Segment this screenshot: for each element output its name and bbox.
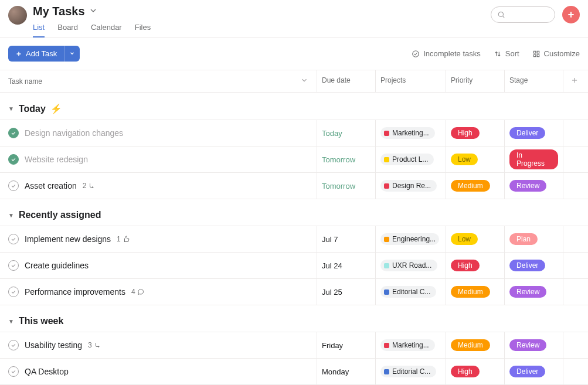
- project-chip[interactable]: Marketing...: [380, 339, 435, 351]
- complete-checkbox[interactable]: [8, 128, 19, 138]
- add-task-dropdown[interactable]: [64, 46, 80, 62]
- cell-stage[interactable]: Review: [504, 332, 563, 358]
- cell-due[interactable]: Tomorrow: [317, 146, 375, 172]
- priority-pill[interactable]: High: [451, 127, 480, 139]
- complete-checkbox[interactable]: [8, 287, 19, 297]
- cell-project[interactable]: Design Re...: [375, 173, 446, 199]
- project-chip[interactable]: UXR Road...: [380, 260, 437, 271]
- complete-checkbox[interactable]: [8, 154, 19, 165]
- sort-button[interactable]: Sort: [494, 49, 519, 58]
- project-chip[interactable]: Editorial C...: [380, 366, 436, 377]
- task-row[interactable]: Design navigation changesTodayMarketing.…: [0, 120, 588, 146]
- task-row[interactable]: Usability testing3 FridayMarketing...Med…: [0, 332, 588, 359]
- project-chip[interactable]: Editorial C...: [380, 286, 436, 298]
- complete-checkbox[interactable]: [8, 340, 19, 350]
- project-chip[interactable]: Product L...: [380, 154, 434, 165]
- search-input[interactable]: [491, 6, 555, 23]
- cell-priority[interactable]: High: [446, 359, 504, 384]
- priority-pill[interactable]: Low: [451, 233, 478, 245]
- cell-due[interactable]: Today: [317, 120, 375, 146]
- tab-files[interactable]: Files: [135, 21, 151, 38]
- cell-stage[interactable]: Review: [504, 279, 563, 305]
- priority-pill[interactable]: Medium: [451, 180, 490, 192]
- cell-priority[interactable]: Medium: [446, 173, 504, 199]
- stage-pill[interactable]: Review: [509, 180, 546, 192]
- cell-due[interactable]: Friday: [317, 332, 375, 358]
- complete-checkbox[interactable]: [8, 366, 19, 377]
- cell-project[interactable]: Marketing...: [375, 332, 446, 358]
- task-name[interactable]: Website redesign: [25, 155, 88, 164]
- complete-checkbox[interactable]: [8, 234, 19, 244]
- add-column-button[interactable]: [563, 70, 588, 92]
- column-projects[interactable]: Projects: [375, 70, 446, 92]
- tab-list[interactable]: List: [33, 21, 45, 38]
- stage-pill[interactable]: Deliver: [509, 127, 545, 139]
- cell-due[interactable]: Jul 7: [317, 226, 375, 252]
- cell-stage[interactable]: Deliver: [504, 120, 563, 146]
- complete-checkbox[interactable]: [8, 260, 19, 271]
- task-name[interactable]: QA Desktop: [25, 367, 69, 376]
- complete-checkbox[interactable]: [8, 180, 19, 191]
- task-name[interactable]: Design navigation changes: [25, 128, 123, 138]
- cell-priority[interactable]: Medium: [446, 332, 504, 358]
- cell-priority[interactable]: High: [446, 120, 504, 146]
- cell-project[interactable]: Product L...: [375, 146, 446, 172]
- section-header[interactable]: ▼This week: [0, 305, 588, 332]
- section-header[interactable]: ▼Recently assigned: [0, 199, 588, 226]
- cell-stage[interactable]: Plan: [504, 226, 563, 252]
- cell-due[interactable]: Jul 24: [317, 253, 375, 278]
- task-row[interactable]: Website redesignTomorrowProduct L...LowI…: [0, 146, 588, 173]
- cell-stage[interactable]: Deliver: [504, 359, 563, 384]
- project-chip[interactable]: Engineering...: [380, 233, 439, 245]
- priority-pill[interactable]: High: [451, 366, 480, 377]
- chevron-down-icon[interactable]: [300, 76, 308, 86]
- cell-project[interactable]: UXR Road...: [375, 253, 446, 278]
- cell-stage[interactable]: In Progress: [504, 146, 563, 172]
- cell-priority[interactable]: Low: [446, 146, 504, 172]
- priority-pill[interactable]: High: [451, 260, 480, 271]
- cell-stage[interactable]: Review: [504, 173, 563, 199]
- priority-pill[interactable]: Medium: [451, 286, 490, 298]
- task-name[interactable]: Implement new designs: [25, 234, 111, 244]
- tab-calendar[interactable]: Calendar: [91, 21, 122, 38]
- cell-due[interactable]: Monday: [317, 359, 375, 384]
- global-add-button[interactable]: [562, 6, 580, 23]
- priority-pill[interactable]: Low: [451, 154, 478, 165]
- cell-priority[interactable]: Low: [446, 226, 504, 252]
- cell-priority[interactable]: Medium: [446, 279, 504, 305]
- cell-project[interactable]: Engineering...: [375, 226, 446, 252]
- task-name[interactable]: Create guidelines: [25, 261, 89, 270]
- column-name[interactable]: Task name: [0, 70, 317, 92]
- project-chip[interactable]: Marketing...: [380, 127, 435, 139]
- customize-button[interactable]: Customize: [532, 49, 580, 58]
- avatar[interactable]: [8, 6, 27, 25]
- tab-board[interactable]: Board: [57, 21, 78, 38]
- project-chip[interactable]: Design Re...: [380, 180, 437, 192]
- task-name[interactable]: Usability testing: [25, 340, 82, 350]
- task-name[interactable]: Asset creation: [25, 181, 77, 190]
- stage-pill[interactable]: Deliver: [509, 366, 545, 377]
- stage-pill[interactable]: In Progress: [509, 149, 558, 169]
- column-due[interactable]: Due date: [317, 70, 375, 92]
- cell-stage[interactable]: Deliver: [504, 253, 563, 278]
- cell-due[interactable]: Tomorrow: [317, 173, 375, 199]
- task-row[interactable]: QA DesktopMondayEditorial C...HighDelive…: [0, 358, 588, 385]
- column-stage[interactable]: Stage: [504, 70, 563, 92]
- stage-pill[interactable]: Plan: [509, 233, 538, 245]
- add-task-button[interactable]: Add Task: [8, 46, 64, 62]
- task-row[interactable]: Create guidelinesJul 24UXR Road...HighDe…: [0, 252, 588, 279]
- title-dropdown-icon[interactable]: [89, 6, 98, 17]
- column-priority[interactable]: Priority: [446, 70, 504, 92]
- stage-pill[interactable]: Review: [509, 339, 546, 351]
- task-row[interactable]: Asset creation2 TomorrowDesign Re...Medi…: [0, 172, 588, 199]
- cell-priority[interactable]: High: [446, 253, 504, 278]
- cell-project[interactable]: Editorial C...: [375, 359, 446, 384]
- task-name[interactable]: Performance improvements: [25, 287, 125, 297]
- cell-project[interactable]: Marketing...: [375, 120, 446, 146]
- filter-incomplete[interactable]: Incomplete tasks: [412, 49, 481, 58]
- priority-pill[interactable]: Medium: [451, 339, 490, 351]
- cell-project[interactable]: Editorial C...: [375, 279, 446, 305]
- section-header[interactable]: ▼Today ⚡: [0, 93, 588, 120]
- task-row[interactable]: Implement new designs1 Jul 7Engineering.…: [0, 226, 588, 253]
- cell-due[interactable]: Jul 25: [317, 279, 375, 305]
